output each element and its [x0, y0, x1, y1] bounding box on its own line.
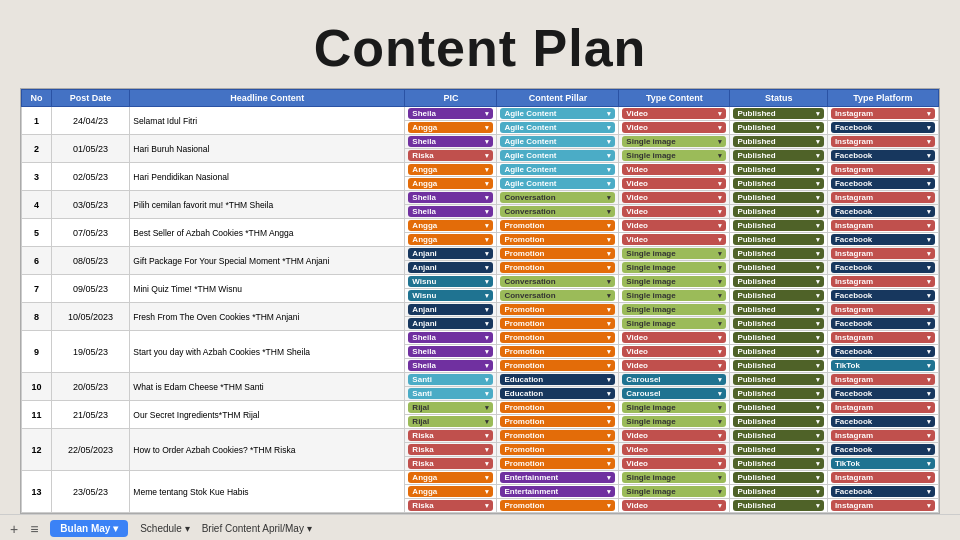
row-status[interactable]: Published ▾ — [730, 233, 828, 247]
row-pic[interactable]: Sheila ▾ — [405, 135, 497, 149]
row-pic[interactable]: Riska ▾ — [405, 149, 497, 163]
tab-schedule[interactable]: Schedule ▾ — [140, 523, 189, 534]
row-status[interactable]: Published ▾ — [730, 275, 828, 289]
row-type[interactable]: Video ▾ — [619, 429, 730, 443]
row-status[interactable]: Published ▾ — [730, 443, 828, 457]
row-pillar[interactable]: Agile Content ▾ — [497, 121, 619, 135]
row-type[interactable]: Video ▾ — [619, 219, 730, 233]
row-platform[interactable]: Facebook ▾ — [827, 485, 938, 499]
row-pillar[interactable]: Promotion ▾ — [497, 359, 619, 373]
row-pic[interactable]: Rijal ▾ — [405, 415, 497, 429]
row-pic[interactable]: Angga ▾ — [405, 177, 497, 191]
row-platform[interactable]: Instagram ▾ — [827, 219, 938, 233]
row-platform[interactable]: Facebook ▾ — [827, 205, 938, 219]
row-platform[interactable]: Facebook ▾ — [827, 415, 938, 429]
row-pic[interactable]: Sheila ▾ — [405, 345, 497, 359]
row-pic[interactable]: Angga ▾ — [405, 219, 497, 233]
row-pic[interactable]: Santi ▾ — [405, 387, 497, 401]
row-platform[interactable]: Instagram ▾ — [827, 471, 938, 485]
row-status[interactable]: Published ▾ — [730, 191, 828, 205]
row-type[interactable]: Single image ▾ — [619, 261, 730, 275]
active-tab-bulan-may[interactable]: Bulan May ▾ — [50, 520, 128, 537]
row-type[interactable]: Video ▾ — [619, 499, 730, 513]
row-pic[interactable]: Wisnu ▾ — [405, 289, 497, 303]
row-pic[interactable]: Anjani ▾ — [405, 261, 497, 275]
row-platform[interactable]: Instagram ▾ — [827, 191, 938, 205]
row-platform[interactable]: Instagram ▾ — [827, 275, 938, 289]
row-platform[interactable]: Instagram ▾ — [827, 163, 938, 177]
row-status[interactable]: Published ▾ — [730, 429, 828, 443]
row-status[interactable]: Published ▾ — [730, 303, 828, 317]
row-pillar[interactable]: Agile Content ▾ — [497, 149, 619, 163]
row-pillar[interactable]: Agile Content ▾ — [497, 135, 619, 149]
row-type[interactable]: Single image ▾ — [619, 401, 730, 415]
sheet-menu-button[interactable]: ≡ — [30, 521, 38, 537]
row-type[interactable]: Single image ▾ — [619, 471, 730, 485]
row-platform[interactable]: Facebook ▾ — [827, 233, 938, 247]
row-pillar[interactable]: Promotion ▾ — [497, 261, 619, 275]
row-status[interactable]: Published ▾ — [730, 261, 828, 275]
row-platform[interactable]: Facebook ▾ — [827, 261, 938, 275]
row-type[interactable]: Video ▾ — [619, 359, 730, 373]
row-status[interactable]: Published ▾ — [730, 247, 828, 261]
row-pillar[interactable]: Conversation ▾ — [497, 275, 619, 289]
row-type[interactable]: Video ▾ — [619, 457, 730, 471]
row-platform[interactable]: Instagram ▾ — [827, 429, 938, 443]
row-type[interactable]: Video ▾ — [619, 177, 730, 191]
add-sheet-button[interactable]: + — [10, 521, 18, 537]
row-pic[interactable]: Sheila ▾ — [405, 359, 497, 373]
row-pic[interactable]: Anjani ▾ — [405, 317, 497, 331]
row-platform[interactable]: Facebook ▾ — [827, 121, 938, 135]
row-type[interactable]: Single image ▾ — [619, 149, 730, 163]
row-pic[interactable]: Riska ▾ — [405, 457, 497, 471]
row-status[interactable]: Published ▾ — [730, 331, 828, 345]
row-pic[interactable]: Sheila ▾ — [405, 331, 497, 345]
row-type[interactable]: Video ▾ — [619, 205, 730, 219]
row-pic[interactable]: Angga ▾ — [405, 233, 497, 247]
row-type[interactable]: Video ▾ — [619, 331, 730, 345]
row-platform[interactable]: Instagram ▾ — [827, 331, 938, 345]
row-pic[interactable]: Sheila ▾ — [405, 107, 497, 121]
row-pic[interactable]: Anjani ▾ — [405, 247, 497, 261]
row-platform[interactable]: TikTok ▾ — [827, 457, 938, 471]
row-pillar[interactable]: Education ▾ — [497, 373, 619, 387]
row-pillar[interactable]: Promotion ▾ — [497, 401, 619, 415]
row-pic[interactable]: Riska ▾ — [405, 429, 497, 443]
row-platform[interactable]: Instagram ▾ — [827, 499, 938, 513]
row-pic[interactable]: Riska ▾ — [405, 499, 497, 513]
row-pillar[interactable]: Promotion ▾ — [497, 317, 619, 331]
row-status[interactable]: Published ▾ — [730, 107, 828, 121]
row-type[interactable]: Single image ▾ — [619, 485, 730, 499]
row-status[interactable]: Published ▾ — [730, 345, 828, 359]
row-platform[interactable]: Facebook ▾ — [827, 387, 938, 401]
row-pillar[interactable]: Promotion ▾ — [497, 219, 619, 233]
row-pillar[interactable]: Promotion ▾ — [497, 499, 619, 513]
row-pillar[interactable]: Promotion ▾ — [497, 457, 619, 471]
row-pillar[interactable]: Promotion ▾ — [497, 233, 619, 247]
row-platform[interactable]: Facebook ▾ — [827, 345, 938, 359]
row-pillar[interactable]: Conversation ▾ — [497, 289, 619, 303]
row-type[interactable]: Video ▾ — [619, 191, 730, 205]
tab-brief[interactable]: Brief Content April/May ▾ — [202, 523, 312, 534]
row-pic[interactable]: Angga ▾ — [405, 121, 497, 135]
row-platform[interactable]: TikTok ▾ — [827, 359, 938, 373]
row-type[interactable]: Single image ▾ — [619, 135, 730, 149]
row-type[interactable]: Carousel ▾ — [619, 373, 730, 387]
row-platform[interactable]: Instagram ▾ — [827, 373, 938, 387]
row-status[interactable]: Published ▾ — [730, 289, 828, 303]
row-platform[interactable]: Instagram ▾ — [827, 247, 938, 261]
row-type[interactable]: Single image ▾ — [619, 415, 730, 429]
row-type[interactable]: Single image ▾ — [619, 317, 730, 331]
row-pillar[interactable]: Entertainment ▾ — [497, 485, 619, 499]
row-pic[interactable]: Anjani ▾ — [405, 303, 497, 317]
row-pic[interactable]: Wisnu ▾ — [405, 275, 497, 289]
row-pic[interactable]: Sheila ▾ — [405, 205, 497, 219]
row-status[interactable]: Published ▾ — [730, 373, 828, 387]
row-type[interactable]: Video ▾ — [619, 443, 730, 457]
row-pillar[interactable]: Agile Content ▾ — [497, 177, 619, 191]
row-type[interactable]: Single image ▾ — [619, 247, 730, 261]
row-pic[interactable]: Angga ▾ — [405, 485, 497, 499]
row-platform[interactable]: Facebook ▾ — [827, 177, 938, 191]
row-pic[interactable]: Angga ▾ — [405, 471, 497, 485]
row-platform[interactable]: Instagram ▾ — [827, 107, 938, 121]
